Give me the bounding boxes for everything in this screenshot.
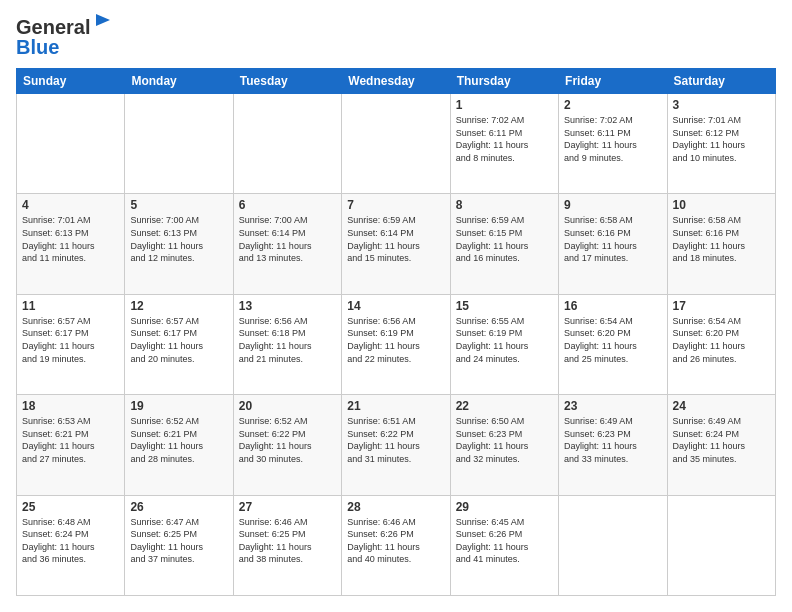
day-info: Sunrise: 6:47 AM Sunset: 6:25 PM Dayligh… — [130, 516, 227, 566]
day-number: 14 — [347, 299, 444, 313]
day-cell: 25Sunrise: 6:48 AM Sunset: 6:24 PM Dayli… — [17, 495, 125, 595]
day-info: Sunrise: 6:59 AM Sunset: 6:14 PM Dayligh… — [347, 214, 444, 264]
day-cell: 10Sunrise: 6:58 AM Sunset: 6:16 PM Dayli… — [667, 194, 775, 294]
day-cell: 5Sunrise: 7:00 AM Sunset: 6:13 PM Daylig… — [125, 194, 233, 294]
day-info: Sunrise: 6:57 AM Sunset: 6:17 PM Dayligh… — [130, 315, 227, 365]
day-cell — [17, 94, 125, 194]
day-cell — [667, 495, 775, 595]
logo-general: General — [16, 16, 90, 38]
day-cell: 13Sunrise: 6:56 AM Sunset: 6:18 PM Dayli… — [233, 294, 341, 394]
day-info: Sunrise: 6:59 AM Sunset: 6:15 PM Dayligh… — [456, 214, 553, 264]
day-cell — [342, 94, 450, 194]
day-cell: 21Sunrise: 6:51 AM Sunset: 6:22 PM Dayli… — [342, 395, 450, 495]
day-info: Sunrise: 6:50 AM Sunset: 6:23 PM Dayligh… — [456, 415, 553, 465]
day-header-saturday: Saturday — [667, 69, 775, 94]
day-cell: 6Sunrise: 7:00 AM Sunset: 6:14 PM Daylig… — [233, 194, 341, 294]
day-number: 26 — [130, 500, 227, 514]
day-number: 12 — [130, 299, 227, 313]
day-info: Sunrise: 7:02 AM Sunset: 6:11 PM Dayligh… — [456, 114, 553, 164]
day-cell: 8Sunrise: 6:59 AM Sunset: 6:15 PM Daylig… — [450, 194, 558, 294]
day-number: 3 — [673, 98, 770, 112]
day-info: Sunrise: 7:01 AM Sunset: 6:13 PM Dayligh… — [22, 214, 119, 264]
day-cell: 15Sunrise: 6:55 AM Sunset: 6:19 PM Dayli… — [450, 294, 558, 394]
day-cell: 9Sunrise: 6:58 AM Sunset: 6:16 PM Daylig… — [559, 194, 667, 294]
day-header-thursday: Thursday — [450, 69, 558, 94]
day-info: Sunrise: 6:54 AM Sunset: 6:20 PM Dayligh… — [564, 315, 661, 365]
day-cell: 12Sunrise: 6:57 AM Sunset: 6:17 PM Dayli… — [125, 294, 233, 394]
day-number: 20 — [239, 399, 336, 413]
day-number: 24 — [673, 399, 770, 413]
day-cell: 4Sunrise: 7:01 AM Sunset: 6:13 PM Daylig… — [17, 194, 125, 294]
day-header-monday: Monday — [125, 69, 233, 94]
day-info: Sunrise: 6:46 AM Sunset: 6:25 PM Dayligh… — [239, 516, 336, 566]
day-info: Sunrise: 6:48 AM Sunset: 6:24 PM Dayligh… — [22, 516, 119, 566]
day-cell: 28Sunrise: 6:46 AM Sunset: 6:26 PM Dayli… — [342, 495, 450, 595]
header: General Blue — [16, 16, 776, 58]
day-number: 22 — [456, 399, 553, 413]
day-info: Sunrise: 7:00 AM Sunset: 6:14 PM Dayligh… — [239, 214, 336, 264]
day-info: Sunrise: 6:56 AM Sunset: 6:19 PM Dayligh… — [347, 315, 444, 365]
day-cell: 2Sunrise: 7:02 AM Sunset: 6:11 PM Daylig… — [559, 94, 667, 194]
day-cell: 1Sunrise: 7:02 AM Sunset: 6:11 PM Daylig… — [450, 94, 558, 194]
day-cell — [125, 94, 233, 194]
day-number: 21 — [347, 399, 444, 413]
day-number: 23 — [564, 399, 661, 413]
day-info: Sunrise: 6:49 AM Sunset: 6:23 PM Dayligh… — [564, 415, 661, 465]
day-info: Sunrise: 6:53 AM Sunset: 6:21 PM Dayligh… — [22, 415, 119, 465]
day-number: 13 — [239, 299, 336, 313]
day-cell: 26Sunrise: 6:47 AM Sunset: 6:25 PM Dayli… — [125, 495, 233, 595]
day-info: Sunrise: 6:58 AM Sunset: 6:16 PM Dayligh… — [564, 214, 661, 264]
logo: General Blue — [16, 16, 114, 58]
calendar-header-row: SundayMondayTuesdayWednesdayThursdayFrid… — [17, 69, 776, 94]
day-number: 8 — [456, 198, 553, 212]
logo-blue: Blue — [16, 36, 114, 58]
day-cell: 18Sunrise: 6:53 AM Sunset: 6:21 PM Dayli… — [17, 395, 125, 495]
day-info: Sunrise: 6:52 AM Sunset: 6:22 PM Dayligh… — [239, 415, 336, 465]
day-info: Sunrise: 6:58 AM Sunset: 6:16 PM Dayligh… — [673, 214, 770, 264]
day-info: Sunrise: 6:56 AM Sunset: 6:18 PM Dayligh… — [239, 315, 336, 365]
day-info: Sunrise: 7:02 AM Sunset: 6:11 PM Dayligh… — [564, 114, 661, 164]
day-cell: 20Sunrise: 6:52 AM Sunset: 6:22 PM Dayli… — [233, 395, 341, 495]
day-number: 4 — [22, 198, 119, 212]
day-cell — [559, 495, 667, 595]
day-header-wednesday: Wednesday — [342, 69, 450, 94]
logo-flag-icon — [92, 12, 114, 34]
day-number: 1 — [456, 98, 553, 112]
day-info: Sunrise: 6:54 AM Sunset: 6:20 PM Dayligh… — [673, 315, 770, 365]
day-number: 10 — [673, 198, 770, 212]
day-number: 7 — [347, 198, 444, 212]
day-number: 5 — [130, 198, 227, 212]
day-cell: 19Sunrise: 6:52 AM Sunset: 6:21 PM Dayli… — [125, 395, 233, 495]
day-number: 9 — [564, 198, 661, 212]
day-info: Sunrise: 6:51 AM Sunset: 6:22 PM Dayligh… — [347, 415, 444, 465]
day-number: 6 — [239, 198, 336, 212]
day-number: 16 — [564, 299, 661, 313]
day-cell: 24Sunrise: 6:49 AM Sunset: 6:24 PM Dayli… — [667, 395, 775, 495]
day-cell: 7Sunrise: 6:59 AM Sunset: 6:14 PM Daylig… — [342, 194, 450, 294]
week-row-1: 1Sunrise: 7:02 AM Sunset: 6:11 PM Daylig… — [17, 94, 776, 194]
day-info: Sunrise: 7:01 AM Sunset: 6:12 PM Dayligh… — [673, 114, 770, 164]
day-cell: 16Sunrise: 6:54 AM Sunset: 6:20 PM Dayli… — [559, 294, 667, 394]
week-row-2: 4Sunrise: 7:01 AM Sunset: 6:13 PM Daylig… — [17, 194, 776, 294]
day-info: Sunrise: 6:46 AM Sunset: 6:26 PM Dayligh… — [347, 516, 444, 566]
day-cell: 29Sunrise: 6:45 AM Sunset: 6:26 PM Dayli… — [450, 495, 558, 595]
day-number: 29 — [456, 500, 553, 514]
day-number: 11 — [22, 299, 119, 313]
day-number: 18 — [22, 399, 119, 413]
day-number: 28 — [347, 500, 444, 514]
day-number: 27 — [239, 500, 336, 514]
week-row-5: 25Sunrise: 6:48 AM Sunset: 6:24 PM Dayli… — [17, 495, 776, 595]
day-header-tuesday: Tuesday — [233, 69, 341, 94]
day-cell: 27Sunrise: 6:46 AM Sunset: 6:25 PM Dayli… — [233, 495, 341, 595]
day-cell: 11Sunrise: 6:57 AM Sunset: 6:17 PM Dayli… — [17, 294, 125, 394]
calendar-table: SundayMondayTuesdayWednesdayThursdayFrid… — [16, 68, 776, 596]
day-number: 15 — [456, 299, 553, 313]
day-info: Sunrise: 6:52 AM Sunset: 6:21 PM Dayligh… — [130, 415, 227, 465]
day-number: 2 — [564, 98, 661, 112]
day-cell: 14Sunrise: 6:56 AM Sunset: 6:19 PM Dayli… — [342, 294, 450, 394]
day-info: Sunrise: 6:45 AM Sunset: 6:26 PM Dayligh… — [456, 516, 553, 566]
day-cell — [233, 94, 341, 194]
day-cell: 23Sunrise: 6:49 AM Sunset: 6:23 PM Dayli… — [559, 395, 667, 495]
day-number: 17 — [673, 299, 770, 313]
day-header-sunday: Sunday — [17, 69, 125, 94]
